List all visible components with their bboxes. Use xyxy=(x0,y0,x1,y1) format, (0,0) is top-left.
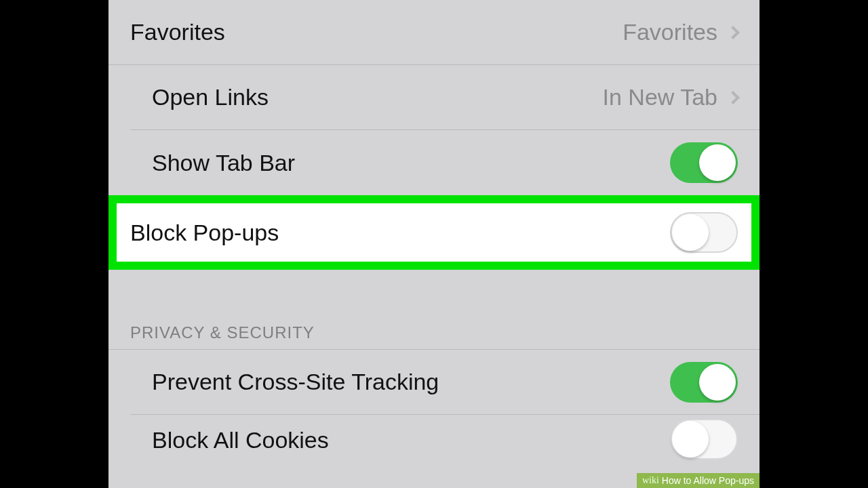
toggle-knob-icon xyxy=(699,144,736,181)
show-tab-bar-toggle[interactable] xyxy=(670,142,738,183)
row-block-all-cookies: Block All Cookies xyxy=(130,415,760,455)
favorites-value: Favorites xyxy=(623,19,717,45)
toggle-knob-icon xyxy=(672,214,709,251)
row-prevent-cross-site: Prevent Cross-Site Tracking xyxy=(130,350,760,415)
chevron-right-icon xyxy=(726,26,740,39)
section-header-privacy: PRIVACY & SECURITY xyxy=(108,310,760,350)
block-popups-label: Block Pop-ups xyxy=(130,220,279,246)
section-gap xyxy=(108,270,760,310)
prevent-cross-site-label: Prevent Cross-Site Tracking xyxy=(152,369,439,395)
block-popups-toggle[interactable] xyxy=(670,212,738,253)
block-all-cookies-label: Block All Cookies xyxy=(152,427,329,453)
toggle-knob-icon xyxy=(699,364,736,401)
row-favorites[interactable]: Favorites Favorites xyxy=(108,0,760,65)
chevron-right-icon xyxy=(726,91,740,104)
watermark-brand: wiki xyxy=(642,475,659,486)
watermark: wiki How to Allow Pop-ups xyxy=(637,473,760,488)
open-links-label: Open Links xyxy=(152,84,269,110)
settings-panel: Favorites Favorites Open Links In New Ta… xyxy=(108,0,760,488)
open-links-value-wrap: In New Tab xyxy=(603,84,738,110)
highlight-block-popups: Block Pop-ups xyxy=(108,195,760,270)
row-show-tab-bar: Show Tab Bar xyxy=(130,130,760,195)
prevent-cross-site-toggle[interactable] xyxy=(670,362,738,403)
watermark-title: How to Allow Pop-ups xyxy=(662,475,754,486)
toggle-knob-icon xyxy=(672,421,709,458)
row-block-popups: Block Pop-ups xyxy=(117,203,751,262)
row-open-links[interactable]: Open Links In New Tab xyxy=(130,65,760,130)
open-links-value: In New Tab xyxy=(603,84,717,110)
favorites-label: Favorites xyxy=(130,19,225,45)
show-tab-bar-label: Show Tab Bar xyxy=(152,150,295,176)
favorites-value-wrap: Favorites xyxy=(623,19,738,45)
block-all-cookies-toggle[interactable] xyxy=(670,419,738,460)
